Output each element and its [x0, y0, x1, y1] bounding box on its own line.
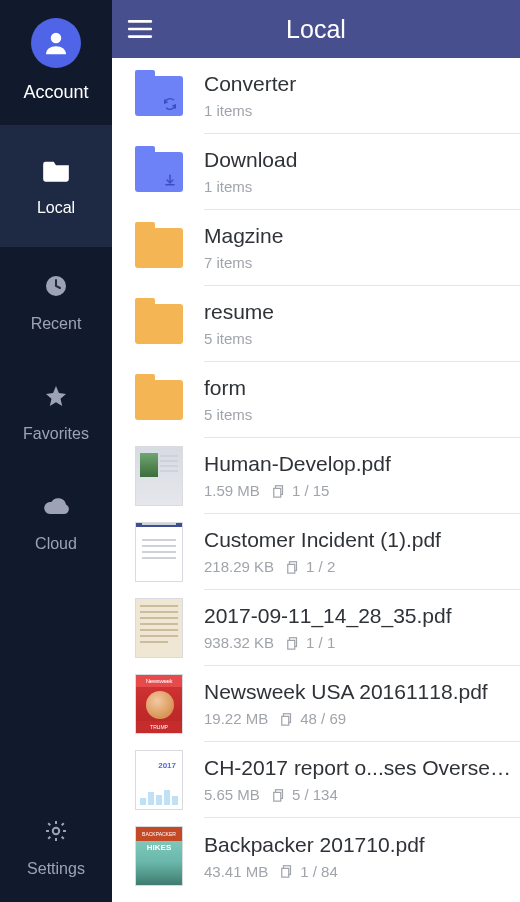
avatar [31, 18, 81, 68]
svg-rect-19 [282, 868, 289, 877]
item-meta: 5 items [204, 406, 252, 423]
pages-icon [286, 636, 300, 650]
item-title: Human-Develop.pdf [204, 452, 512, 476]
file-thumb: NewsweekTRUMP [132, 677, 186, 731]
svg-rect-9 [274, 488, 281, 497]
clock-icon [41, 271, 71, 301]
pages-icon [272, 484, 286, 498]
menu-button[interactable] [112, 0, 168, 58]
topbar: Local [112, 0, 520, 58]
sidebar-item-label: Favorites [23, 425, 89, 443]
file-list[interactable]: Converter 1 items Download 1 items Magzi… [112, 58, 520, 902]
sidebar-item-label: Cloud [35, 535, 77, 553]
main: Local Converter 1 items Download 1 [112, 0, 520, 902]
item-meta: 5 items [204, 330, 252, 347]
item-title: Customer Incident (1).pdf [204, 528, 512, 552]
item-pages: 1 / 2 [286, 558, 335, 575]
item-title: Converter [204, 72, 512, 96]
user-icon [41, 28, 71, 58]
folder-icon [132, 373, 186, 427]
item-pages: 1 / 84 [280, 863, 338, 880]
list-item[interactable]: Customer Incident (1).pdf 218.29 KB 1 / … [112, 514, 520, 590]
list-item[interactable]: NewsweekTRUMP Newsweek USA 20161118.pdf … [112, 666, 520, 742]
item-pages: 1 / 15 [272, 482, 330, 499]
item-title: Download [204, 148, 512, 172]
list-item[interactable]: form 5 items [112, 362, 520, 438]
app-root: Account Local Recent Favorites Cloud [0, 0, 520, 902]
svg-rect-15 [282, 716, 289, 725]
svg-rect-11 [288, 564, 295, 573]
item-meta: 7 items [204, 254, 252, 271]
svg-rect-17 [274, 792, 281, 801]
item-pages: 5 / 134 [272, 786, 338, 803]
sidebar-item-cloud[interactable]: Cloud [0, 467, 112, 577]
file-thumb: BACKPACKERHIKES [132, 829, 186, 883]
list-item[interactable]: Download 1 items [112, 134, 520, 210]
item-size: 5.65 MB [204, 786, 260, 803]
item-size: 218.29 KB [204, 558, 274, 575]
item-pages: 1 / 1 [286, 634, 335, 651]
sidebar-spacer [0, 577, 112, 792]
pages-icon [286, 560, 300, 574]
item-title: resume [204, 300, 512, 324]
pages-icon [272, 788, 286, 802]
item-title: form [204, 376, 512, 400]
item-meta: 1 items [204, 178, 252, 195]
sidebar-item-settings[interactable]: Settings [0, 792, 112, 902]
folder-icon [132, 221, 186, 275]
file-thumb [132, 601, 186, 655]
folder-icon [132, 297, 186, 351]
list-item[interactable]: Human-Develop.pdf 1.59 MB 1 / 15 [112, 438, 520, 514]
cloud-icon [41, 491, 71, 521]
item-title: 2017-09-11_14_28_35.pdf [204, 604, 512, 628]
folder-icon [41, 155, 71, 185]
file-thumb: 2017 [132, 753, 186, 807]
account-label: Account [23, 82, 88, 103]
sidebar-item-label: Recent [31, 315, 82, 333]
list-item[interactable]: 2017-09-11_14_28_35.pdf 938.32 KB 1 / 1 [112, 590, 520, 666]
list-item[interactable]: 2017 CH-2017 report o...ses Overseas 5.6… [112, 742, 520, 818]
sidebar-item-local[interactable]: Local [0, 125, 112, 247]
svg-point-2 [53, 828, 59, 834]
list-item[interactable]: Magzine 7 items [112, 210, 520, 286]
pages-icon [280, 712, 294, 726]
svg-point-0 [51, 33, 62, 44]
folder-icon [132, 145, 186, 199]
item-size: 43.41 MB [204, 863, 268, 880]
item-title: Backpacker 201710.pdf [204, 833, 512, 857]
item-size: 1.59 MB [204, 482, 260, 499]
page-title: Local [112, 15, 520, 44]
pages-icon [280, 864, 294, 878]
svg-rect-13 [288, 640, 295, 649]
sidebar-item-favorites[interactable]: Favorites [0, 357, 112, 467]
item-title: CH-2017 report o...ses Overseas [204, 756, 512, 780]
star-icon [41, 381, 71, 411]
item-pages: 48 / 69 [280, 710, 346, 727]
sidebar: Account Local Recent Favorites Cloud [0, 0, 112, 902]
list-item[interactable]: Converter 1 items [112, 58, 520, 134]
file-thumb [132, 449, 186, 503]
account-section[interactable]: Account [0, 0, 112, 125]
sidebar-item-label: Local [37, 199, 75, 217]
list-item[interactable]: BACKPACKERHIKES Backpacker 201710.pdf 43… [112, 818, 520, 894]
item-title: Magzine [204, 224, 512, 248]
item-size: 19.22 MB [204, 710, 268, 727]
file-thumb [132, 525, 186, 579]
item-meta: 1 items [204, 102, 252, 119]
list-item[interactable]: resume 5 items [112, 286, 520, 362]
item-title: Newsweek USA 20161118.pdf [204, 680, 512, 704]
sidebar-item-recent[interactable]: Recent [0, 247, 112, 357]
folder-icon [132, 69, 186, 123]
sidebar-item-label: Settings [27, 860, 85, 878]
item-size: 938.32 KB [204, 634, 274, 651]
menu-icon [127, 19, 153, 39]
gear-icon [41, 816, 71, 846]
